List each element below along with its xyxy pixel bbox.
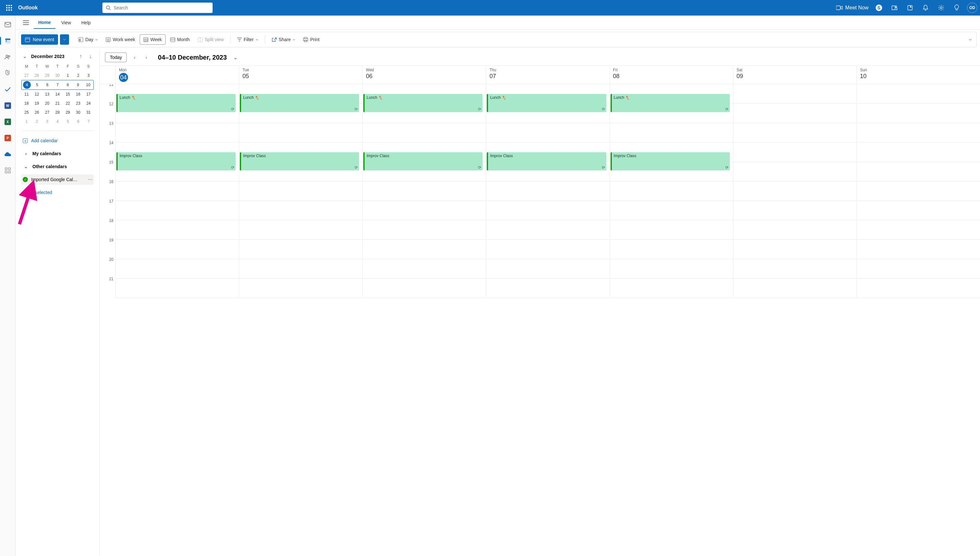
mini-cal-day[interactable]: 3 [42, 117, 52, 126]
day-column[interactable] [733, 84, 857, 298]
settings-icon[interactable] [936, 3, 946, 13]
mini-cal-day[interactable]: 1 [21, 117, 32, 126]
prev-month-icon[interactable]: ↑ [78, 53, 84, 59]
search-box[interactable] [102, 3, 213, 13]
mini-cal-day[interactable]: 16 [73, 90, 83, 99]
day-header[interactable]: Fri08 [610, 66, 733, 84]
rail-calendar[interactable] [3, 36, 13, 46]
other-calendars-section[interactable]: ⌄ Other calendars [21, 162, 94, 172]
event-lunch[interactable]: Lunch 🌯⟳ [240, 94, 359, 112]
app-launcher-icon[interactable] [3, 1, 16, 14]
day-column[interactable]: Lunch 🌯⟳Improv Class⟳ [486, 84, 609, 298]
range-dropdown-icon[interactable]: ⌄ [233, 55, 238, 61]
mini-cal-day[interactable]: 7 [52, 80, 63, 89]
rail-people[interactable] [3, 52, 13, 62]
mini-cal-day[interactable]: 30 [52, 71, 63, 80]
day-header[interactable]: Thu07 [486, 66, 609, 84]
mini-cal-day[interactable]: 20 [42, 99, 52, 108]
mini-cal-day[interactable]: 6 [73, 117, 83, 126]
filter-button[interactable]: Filter [234, 34, 262, 45]
mini-cal-day[interactable]: 22 [63, 99, 73, 108]
teams-icon[interactable] [889, 3, 900, 13]
rail-more-apps[interactable] [3, 165, 13, 176]
calendar-item-more-icon[interactable]: ⋯ [88, 177, 92, 182]
mini-cal-day[interactable]: 10 [83, 80, 93, 89]
toolbar-expand-icon[interactable] [966, 39, 975, 40]
skype-icon[interactable]: S [874, 3, 884, 13]
mini-cal-day[interactable]: 14 [52, 90, 63, 99]
mini-cal-day[interactable]: 18 [21, 99, 32, 108]
mini-cal-day[interactable]: 6 [42, 80, 52, 89]
mini-cal-day[interactable]: 7 [83, 117, 94, 126]
my-day-icon[interactable] [905, 3, 915, 13]
view-work-week-button[interactable]: Work week [102, 34, 138, 45]
mini-cal-day[interactable]: 25 [21, 108, 32, 117]
nav-toggle-icon[interactable] [19, 16, 32, 29]
mini-cal-day[interactable]: 2 [73, 71, 83, 80]
event-improv[interactable]: Improv Class⟳ [240, 152, 359, 170]
my-calendars-section[interactable]: › My calendars [21, 149, 94, 159]
mini-cal-day[interactable]: 3 [83, 71, 94, 80]
view-day-button[interactable]: Day [75, 34, 101, 45]
print-button[interactable]: Print [300, 34, 323, 45]
rail-todo[interactable] [3, 84, 13, 95]
mini-cal-day[interactable]: 5 [32, 80, 42, 89]
mini-cal-day[interactable]: 29 [42, 71, 52, 80]
mini-cal-day[interactable]: 13 [42, 90, 52, 99]
mini-cal-day[interactable]: 17 [83, 90, 94, 99]
new-event-dropdown[interactable] [60, 34, 69, 45]
mini-cal-day[interactable]: 4 [23, 81, 31, 89]
rail-powerpoint[interactable]: P [3, 133, 13, 143]
tab-view[interactable]: View [57, 17, 76, 29]
event-lunch[interactable]: Lunch 🌯⟳ [363, 94, 482, 112]
day-column[interactable] [857, 84, 980, 298]
account-avatar[interactable]: OD [967, 3, 977, 13]
day-column[interactable]: Lunch 🌯⟳Improv Class⟳ [239, 84, 362, 298]
mini-cal-day[interactable]: 8 [63, 80, 73, 89]
mini-cal-day[interactable]: 28 [52, 108, 63, 117]
next-week-icon[interactable]: › [142, 55, 150, 60]
month-collapse-icon[interactable]: ⌄ [21, 53, 28, 59]
mini-cal-day[interactable]: 5 [63, 117, 73, 126]
mini-cal-day[interactable]: 21 [52, 99, 63, 108]
view-week-button[interactable]: Week [140, 34, 166, 45]
mini-cal-day[interactable]: 31 [83, 108, 94, 117]
today-button[interactable]: Today [105, 52, 127, 62]
mini-cal-day[interactable]: 2 [32, 117, 42, 126]
mini-cal-day[interactable]: 29 [63, 108, 73, 117]
event-improv[interactable]: Improv Class⟳ [363, 152, 482, 170]
mini-cal-day[interactable]: 4 [52, 117, 63, 126]
event-improv[interactable]: Improv Class⟳ [611, 152, 730, 170]
tips-icon[interactable] [951, 3, 962, 13]
mini-cal-day[interactable]: 1 [63, 71, 73, 80]
show-selected-link[interactable]: Show selected [21, 187, 94, 198]
day-header[interactable]: Mon04 [115, 66, 239, 84]
mini-cal-day[interactable]: 11 [21, 90, 32, 99]
meet-now-button[interactable]: Meet Now [836, 5, 868, 11]
day-header[interactable]: Sun10 [857, 66, 980, 84]
rail-mail[interactable] [3, 19, 13, 30]
notifications-icon[interactable] [920, 3, 931, 13]
tab-help[interactable]: Help [77, 17, 95, 29]
new-event-button[interactable]: New event [21, 34, 58, 45]
day-column[interactable]: Lunch 🌯⟳Improv Class⟳ [610, 84, 733, 298]
tab-home[interactable]: Home [34, 16, 55, 29]
mini-cal-day[interactable]: 28 [32, 71, 42, 80]
share-button[interactable]: Share [268, 34, 299, 45]
day-header[interactable]: Sat09 [733, 66, 857, 84]
mini-cal-day[interactable]: 24 [83, 99, 94, 108]
mini-cal-day[interactable]: 30 [73, 108, 83, 117]
event-lunch[interactable]: Lunch 🌯⟳ [487, 94, 606, 112]
prev-week-icon[interactable]: ‹ [131, 55, 138, 60]
day-header[interactable]: Wed06 [362, 66, 486, 84]
mini-cal-day[interactable]: 9 [73, 80, 83, 89]
event-improv[interactable]: Improv Class⟳ [116, 152, 236, 170]
mini-cal-day[interactable]: 15 [63, 90, 73, 99]
mini-cal-day[interactable]: 23 [73, 99, 83, 108]
rail-word[interactable]: W [3, 100, 13, 111]
rail-onedrive[interactable] [3, 149, 13, 159]
view-month-button[interactable]: Month [167, 34, 193, 45]
mini-cal-day[interactable]: 19 [32, 99, 42, 108]
add-calendar-link[interactable]: Add calendar [21, 136, 94, 146]
day-column[interactable]: Lunch 🌯⟳Improv Class⟳ [362, 84, 486, 298]
